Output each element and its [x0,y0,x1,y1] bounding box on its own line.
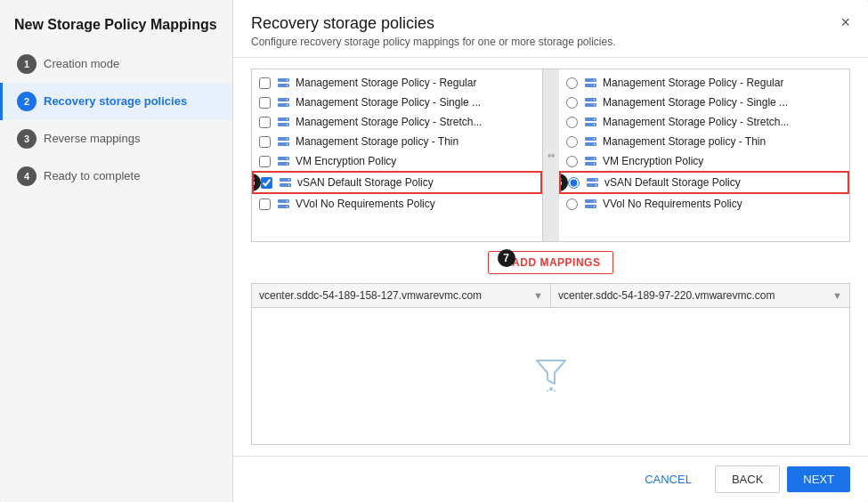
list-item[interactable]: VM Encryption Policy [252,151,542,171]
policy-radio[interactable] [566,117,578,128]
policy-checkbox[interactable] [259,136,271,148]
policy-radio[interactable] [566,77,578,89]
mapping-table-body [252,308,849,444]
policy-radio[interactable] [566,97,578,109]
svg-point-34 [593,99,595,101]
storage-icon [583,96,597,109]
dialog: New Storage Policy Mappings 1Creation mo… [0,0,868,502]
policy-label: VM Encryption Policy [296,155,396,167]
list-item[interactable]: VM Encryption Policy [559,151,849,171]
svg-point-23 [288,184,289,186]
storage-icon [276,198,290,210]
list-item[interactable]: 6 vSAN Default Storage Policy [559,171,849,194]
svg-point-55 [593,206,595,207]
page-title: Recovery storage policies [251,14,616,33]
svg-point-15 [286,143,288,145]
storage-icon [583,77,597,89]
storage-icon [583,135,597,148]
policy-label: Management Storage policy - Thin [296,135,458,148]
svg-point-39 [593,124,595,126]
svg-point-22 [288,179,289,181]
policy-checkbox[interactable] [259,198,271,210]
sidebar-steps: 1Creation mode2Recovery storage policies… [0,45,232,502]
list-item[interactable]: VVol No Requirements Policy [559,194,849,214]
policy-label: Management Storage Policy - Stretch... [296,116,482,128]
mapping-table: vcenter.sddc-54-189-158-127.vmwarevmc.co… [251,283,850,445]
policy-label: VVol No Requirements Policy [296,198,435,210]
list-item[interactable]: Management Storage policy - Thin [559,132,849,151]
storage-icon [585,176,599,189]
policy-checkbox[interactable] [259,77,271,89]
list-item[interactable]: Management Storage policy - Thin [252,132,542,151]
back-button[interactable]: BACK [715,466,780,493]
add-mappings-label: ADD MAPPINGS [512,256,600,269]
list-item[interactable]: Management Storage Policy - Stretch... [559,112,849,132]
storage-icon [276,155,290,167]
policy-checkbox[interactable] [261,177,272,189]
policy-label: Management Storage Policy - Regular [603,77,783,89]
svg-point-6 [286,99,288,101]
sidebar: New Storage Policy Mappings 1Creation mo… [0,0,233,502]
policy-checkbox[interactable] [259,156,271,167]
svg-point-11 [286,124,288,126]
svg-point-10 [286,118,288,120]
list-item[interactable]: Management Storage Policy - Regular [559,73,849,93]
storage-icon [278,176,292,189]
list-item[interactable]: 5 vSAN Default Storage Policy [252,171,542,194]
policy-checkbox[interactable] [259,97,271,109]
sidebar-step-3[interactable]: 3Reverse mappings [0,120,232,158]
sidebar-step-2[interactable]: 2Recovery storage policies [0,83,232,120]
policy-radio[interactable] [566,198,578,210]
cancel-button[interactable]: CANCEL [629,466,708,492]
right-policy-col[interactable]: Management Storage Policy - Regular Mana… [559,69,849,241]
policy-label: Management Storage policy - Thin [603,135,766,148]
svg-point-46 [593,158,595,159]
annotation-6: 6 [559,174,568,191]
policy-radio[interactable] [566,156,578,167]
list-item[interactable]: Management Storage Policy - Regular [252,73,542,93]
svg-point-42 [593,138,595,140]
list-item[interactable]: Management Storage Policy - Single ... [252,93,542,112]
svg-point-38 [593,118,595,120]
policy-checkbox[interactable] [259,117,271,128]
policy-label: Management Storage Policy - Single ... [296,96,481,109]
list-item[interactable]: Management Storage Policy - Stretch... [252,112,542,132]
policy-label: VVol No Requirements Policy [603,198,742,210]
svg-point-47 [593,163,595,165]
next-button[interactable]: NEXT [787,466,850,492]
svg-point-14 [286,138,288,140]
storage-icon [276,96,290,109]
left-policy-col[interactable]: Management Storage Policy - Regular Mana… [252,69,543,241]
main-panel: Recovery storage policies Configure reco… [233,0,868,502]
mapping-table-header: vcenter.sddc-54-189-158-127.vmwarevmc.co… [252,284,849,308]
step-badge-3: 3 [17,129,37,149]
policy-radio[interactable] [568,177,580,189]
right-col-header-text: vcenter.sddc-54-189-97-220.vmwarevmc.com [558,289,775,302]
svg-point-43 [593,143,595,145]
main-header: Recovery storage policies Configure reco… [233,0,868,58]
svg-point-51 [595,184,596,186]
svg-point-56 [549,387,553,391]
sidebar-step-4[interactable]: 4Ready to complete [0,158,232,195]
svg-point-18 [286,158,288,159]
sidebar-step-1[interactable]: 1Creation mode [0,45,232,83]
step-badge-4: 4 [17,166,37,186]
footer: CANCEL BACK NEXT [233,456,868,502]
svg-point-58 [554,390,556,392]
step-label-2: Recovery storage policies [44,94,187,108]
step-label-3: Reverse mappings [44,132,140,145]
storage-icon [583,198,597,210]
svg-point-19 [286,163,288,165]
policy-radio[interactable] [566,136,578,148]
storage-icon [276,116,290,128]
storage-icon [583,155,597,167]
storage-icon [276,77,290,89]
funnel-icon [530,352,572,397]
list-item[interactable]: Management Storage Policy - Single ... [559,93,849,112]
filter-icon-right: ▼ [832,290,842,301]
policy-label: vSAN Default Storage Policy [297,176,434,189]
list-item[interactable]: VVol No Requirements Policy [252,194,542,214]
empty-state [530,352,572,401]
close-button[interactable]: × [840,14,850,30]
filter-icon-left: ▼ [533,290,543,301]
